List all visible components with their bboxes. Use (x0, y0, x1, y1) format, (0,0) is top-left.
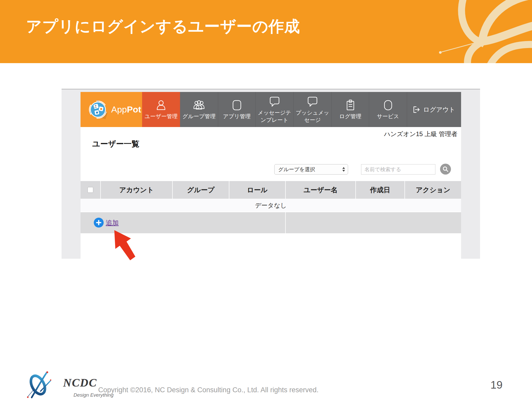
nav-bar: AppPot ユーザー管理 (81, 92, 461, 127)
red-pointer-arrow (109, 227, 140, 264)
column-header-group: グループ (173, 181, 229, 199)
search-button[interactable] (440, 164, 451, 175)
nav-tab-app-management[interactable]: アプリ管理 (218, 92, 256, 127)
app-icon (231, 99, 243, 111)
column-header-action: アクション (405, 181, 461, 199)
nav-tab-label: グループ管理 (182, 113, 216, 120)
nav-tab-label: アプリ管理 (222, 113, 251, 120)
nav-tab-label: ユーザー管理 (144, 113, 178, 120)
slide-title: アプリにログインするユーザーの作成 (26, 16, 300, 37)
empty-message: データなし (255, 201, 287, 210)
logout-label: ログアウト (423, 105, 456, 114)
copyright-text: Copyright ©2016, NC Design & Consulting … (98, 386, 318, 394)
column-header-account: アカウント (101, 181, 173, 199)
ncdc-logo-icon (26, 371, 52, 399)
nav-tab-push-message[interactable]: プッシュメッセージ (294, 92, 332, 127)
add-row-divider (285, 212, 286, 233)
search-input[interactable] (361, 164, 435, 175)
nav-tab-message-template[interactable]: メッセージテンプレート (256, 92, 294, 127)
logout-button[interactable]: ログアウト (407, 92, 461, 127)
slide: アプリにログインするユーザーの作成 (0, 0, 532, 399)
brand-name-app: App (111, 104, 127, 114)
ncdc-logo-text: NCDC (63, 376, 97, 389)
empty-data-row: データなし (81, 199, 461, 211)
page-number: 19 (490, 379, 503, 391)
add-user-button[interactable] (94, 218, 104, 228)
add-user-link[interactable]: 追加 (106, 218, 119, 227)
decorative-swoosh (428, 0, 532, 63)
logout-icon (413, 106, 420, 114)
nav-tab-label: プッシュメッセージ (294, 109, 331, 123)
brand-name: AppPot (111, 104, 141, 115)
search-icon (442, 166, 449, 172)
service-icon (382, 99, 394, 111)
nav-tab-label: メッセージテンプレート (256, 109, 293, 123)
group-select-value: グループを選択 (278, 166, 342, 173)
user-icon (155, 99, 167, 111)
plus-icon (96, 220, 102, 225)
select-all-cell (81, 181, 101, 199)
nav-tab-label: サービス (376, 113, 400, 120)
nav-tab-log-management[interactable]: ログ管理 (332, 92, 369, 127)
column-header-username: ユーザー名 (286, 181, 356, 199)
message-template-icon (269, 96, 281, 108)
nav-tab-user-management[interactable]: ユーザー管理 (142, 92, 180, 127)
nav-tab-service[interactable]: サービス (369, 92, 407, 127)
log-icon (344, 99, 356, 111)
brand-apppot: AppPot (81, 92, 142, 127)
page-title: ユーザー一覧 (92, 139, 139, 149)
group-icon (192, 99, 205, 111)
nav-tab-group-management[interactable]: グループ管理 (180, 92, 218, 127)
push-message-icon (307, 96, 318, 108)
select-stepper-arrows-icon (342, 167, 345, 172)
group-select-dropdown[interactable]: グループを選択 (274, 164, 348, 175)
brand-name-pot: Pot (127, 104, 141, 114)
user-table-header: アカウント グループ ロール ユーザー名 作成日 アクション (81, 181, 461, 199)
nav-tab-label: ログ管理 (339, 113, 362, 120)
column-header-role: ロール (229, 181, 286, 199)
slide-header-band: アプリにログインするユーザーの作成 (0, 0, 532, 63)
column-header-created: 作成日 (356, 181, 405, 199)
apppot-logo-icon (88, 100, 108, 119)
logged-in-user-info: ハンズオン15 上級 管理者 (384, 130, 457, 138)
select-all-checkbox[interactable] (88, 187, 93, 193)
